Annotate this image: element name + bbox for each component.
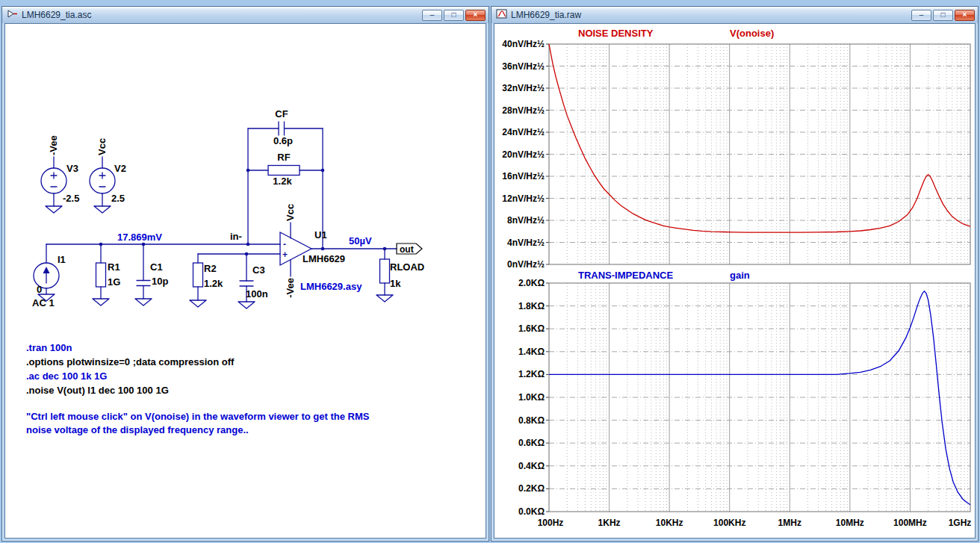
noise-y-tick-label: 36nV/Hz½ [502, 61, 545, 72]
directive-ac[interactable]: .ac dec 100 1k 1G [26, 370, 107, 382]
frequency-tick-label: 100MHz [893, 518, 927, 528]
i1-name: I1 [58, 254, 66, 265]
ground-symbol [93, 299, 109, 305]
gain-y-tick-label: 0.0KΩ [518, 506, 545, 517]
noise-y-tick-label: 4nV/Hz½ [507, 238, 545, 248]
gain-trace-legend[interactable]: gain [730, 270, 750, 281]
gain-pane-title: TRANS-IMPEDANCE [578, 270, 673, 281]
maximize-button[interactable]: □ [933, 10, 953, 21]
capacitor-c1[interactable]: C1 10p [135, 244, 168, 305]
waveform-titlebar[interactable]: LMH6629_tia.raw – □ × [491, 7, 978, 23]
rf-value: 1.2k [273, 176, 292, 187]
gain-pane: 2.0KΩ1.8KΩ1.6KΩ1.4KΩ1.2KΩ1.0KΩ0.8KΩ0.6KΩ… [518, 270, 970, 517]
schematic-window: LMH6629_tia.asc – □ × [1, 6, 489, 542]
u1-name: U1 [314, 229, 327, 241]
r1-value: 1G [108, 276, 120, 288]
directive-noise[interactable]: .noise V(out) I1 dec 100 100 1G [26, 385, 169, 396]
gain-trace[interactable] [549, 291, 970, 505]
noise-y-tick-label: 20nV/Hz½ [502, 149, 545, 160]
noise-y-tick-label: 28nV/Hz½ [502, 105, 545, 116]
noise-y-tick-label: 32nV/Hz½ [502, 83, 545, 93]
ltspice-workspace: LMH6629_tia.asc – □ × [0, 0, 980, 543]
close-button[interactable]: × [465, 10, 486, 21]
ground-symbol [190, 300, 206, 307]
gain-y-tick-label: 1.8KΩ [518, 301, 545, 311]
ground-symbol [238, 302, 255, 308]
maximize-button[interactable]: □ [444, 10, 464, 21]
resistor-rload[interactable]: RLOAD 1k [376, 249, 424, 302]
schematic-comment[interactable]: "Ctrl left mouse click" on V(onoise) in … [26, 411, 370, 435]
gain-y-tick-label: 0.4KΩ [518, 461, 545, 471]
out-port-label: out [400, 244, 414, 255]
frequency-tick-label: 1GHz [949, 518, 972, 528]
noise-trace-legend[interactable]: V(onoise) [730, 28, 774, 39]
cf-name: CF [275, 108, 288, 120]
comment-line-2: noise voltage of the displayed frequency… [26, 424, 249, 435]
ground-symbol [135, 299, 152, 305]
waveform-window-title: LMH6629_tia.raw [511, 10, 908, 20]
ground-symbol [46, 206, 62, 213]
noise-y-tick-label: 12nV/Hz½ [502, 193, 545, 204]
resistor-r1[interactable]: R1 1G [93, 244, 120, 305]
current-source-i1[interactable]: I1 0 AC 1 [32, 244, 66, 308]
gain-y-tick-label: 1.6KΩ [518, 323, 545, 334]
noise-pane: 40nV/Hz½36nV/Hz½32nV/Hz½28nV/Hz½24nV/Hz½… [502, 28, 970, 270]
c3-name: C3 [252, 264, 265, 276]
opamp-u1[interactable]: - + Vcc -Vee U1 LMH6629 LMH6629.asy [280, 204, 362, 298]
opamp-vcc-flag: Vcc [285, 204, 296, 221]
u1-part: LMH6629 [303, 253, 345, 264]
r1-name: R1 [108, 261, 120, 273]
opamp-minus-input: - [283, 239, 286, 249]
schematic-canvas[interactable]: -Vee V3 -2.5 Vcc V2 2.5 [4, 23, 486, 539]
noise-trace[interactable] [549, 44, 970, 232]
voltage-source-v2[interactable]: Vcc V2 2.5 [90, 138, 126, 213]
frequency-axis-labels: 100Hz1KHz10KHz100KHz1MHz10MHz100MHz1GHz [538, 518, 972, 528]
r2-value: 1.2k [204, 278, 223, 289]
resistor-rf[interactable]: RF 1.2k [268, 152, 300, 187]
spice-directives[interactable]: .tran 100n .options plotwinsize=0 ;data … [26, 342, 235, 396]
schematic-window-title: LMH6629_tia.asc [22, 10, 418, 20]
minimize-button[interactable]: – [422, 10, 442, 21]
rload-name: RLOAD [390, 261, 424, 273]
waveform-canvas[interactable]: 40nV/Hz½36nV/Hz½32nV/Hz½28nV/Hz½24nV/Hz½… [494, 23, 976, 539]
rload-value: 1k [390, 278, 401, 289]
net-annotation-input-voltage[interactable]: 17.869mV [117, 232, 162, 243]
c3-value: 100n [246, 288, 268, 300]
noise-y-tick-label: 16nV/Hz½ [502, 171, 545, 181]
c1-value: 10p [152, 276, 168, 287]
minimize-button[interactable]: – [911, 10, 931, 21]
frequency-tick-label: 1KHz [598, 518, 621, 528]
i1-value-ac: AC 1 [32, 297, 55, 308]
gain-y-tick-label: 0.8KΩ [518, 415, 545, 426]
gain-y-tick-label: 1.0KΩ [518, 392, 545, 403]
r2-name: R2 [204, 263, 217, 274]
output-port-out[interactable]: out [397, 243, 422, 255]
voltage-source-v3[interactable]: -Vee V3 -2.5 [41, 135, 79, 213]
noise-y-tick-label: 40nV/Hz½ [502, 39, 545, 49]
close-button[interactable]: × [955, 10, 975, 21]
v3-value: -2.5 [63, 193, 79, 204]
schematic-window-controls: – □ × [422, 10, 486, 21]
noise-y-tick-label: 24nV/Hz½ [502, 127, 545, 137]
cf-value: 0.6p [273, 135, 293, 146]
waveform-doc-icon [496, 8, 507, 22]
net-annotation-output-voltage[interactable]: 50µV [349, 235, 372, 246]
schematic-doc-icon [7, 8, 18, 22]
comment-line-1: "Ctrl left mouse click" on V(onoise) in … [26, 411, 370, 422]
net-label-in-minus[interactable]: in- [230, 231, 242, 242]
noise-pane-title: NOISE DENSITY [578, 28, 654, 39]
i1-value-dc: 0 [37, 284, 42, 295]
capacitor-cf[interactable]: CF 0.6p [273, 108, 293, 146]
net-flag-vcc: Vcc [96, 138, 108, 155]
opamp-vee-flag: -Vee [285, 278, 296, 298]
directive-tran[interactable]: .tran 100n [26, 342, 72, 353]
directive-options[interactable]: .options plotwinsize=0 ;data compression… [26, 356, 235, 367]
resistor-r2[interactable]: R2 1.2k [190, 254, 223, 307]
frequency-tick-label: 100Hz [538, 518, 564, 528]
schematic-titlebar[interactable]: LMH6629_tia.asc – □ × [2, 7, 489, 23]
ground-symbol [94, 206, 111, 213]
frequency-tick-label: 1MHz [778, 518, 801, 528]
capacitor-c3[interactable]: C3 100n [238, 254, 268, 308]
noise-y-tick-label: 0nV/Hz½ [507, 259, 545, 270]
u1-symbol-file: LMH6629.asy [300, 281, 362, 292]
